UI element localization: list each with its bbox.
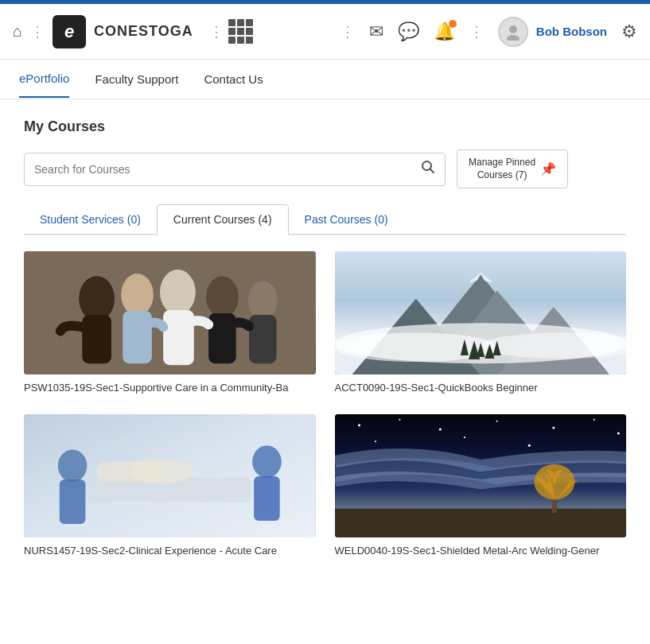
grid-icon[interactable] <box>228 19 253 44</box>
course-title: WELD0040-19S-Sec1-Shielded Metal-Arc Wel… <box>335 544 627 558</box>
header-dots-icon[interactable]: ⋮ <box>30 23 45 41</box>
course-thumbnail <box>335 251 627 374</box>
tabs: Student Services (0) Current Courses (4)… <box>24 204 626 235</box>
main-content: My Courses Manage Pinned Courses (7) 📌 S… <box>0 99 650 578</box>
svg-rect-50 <box>335 509 627 537</box>
svg-point-40 <box>358 425 360 427</box>
grid-dot <box>246 19 253 26</box>
user-dots-icon[interactable]: ⋮ <box>469 23 484 41</box>
grid-dot <box>228 19 235 26</box>
manage-pinned-label: Manage Pinned Courses (7) <box>469 157 535 181</box>
svg-point-48 <box>463 436 465 438</box>
grid-dot <box>246 37 253 44</box>
course-card[interactable]: ACCT0090-19S-Sec1-QuickBooks Beginner <box>335 251 627 395</box>
svg-line-3 <box>430 169 434 173</box>
svg-point-45 <box>593 419 594 421</box>
course-title: PSW1035-19S-Sec1-Supportive Care in a Co… <box>24 381 316 395</box>
svg-point-9 <box>160 270 196 315</box>
avatar[interactable] <box>498 17 528 47</box>
section-title: My Courses <box>24 118 626 135</box>
settings-icon[interactable]: ⚙ <box>621 21 637 42</box>
sub-nav: ePortfolio Faculty Support Contact Us <box>0 60 650 99</box>
logo-box[interactable]: e <box>53 15 86 48</box>
svg-rect-6 <box>82 315 111 363</box>
course-card[interactable]: NURS1457-19S-Sec2-Clinical Experience - … <box>24 414 316 558</box>
svg-point-46 <box>617 433 619 435</box>
course-title: NURS1457-19S-Sec2-Clinical Experience - … <box>24 544 316 558</box>
course-thumbnail <box>335 414 627 537</box>
svg-point-52 <box>534 464 574 500</box>
actions-dots-icon[interactable]: ⋮ <box>341 23 355 41</box>
svg-point-38 <box>129 460 193 484</box>
header: ⌂ ⋮ e CONESTOGA ⋮ ⋮ ✉ 💬 🔔 ⋮ <box>0 4 650 60</box>
nav-eportfolio[interactable]: ePortfolio <box>19 60 69 98</box>
notification-badge <box>449 20 457 28</box>
user-section: Bob Bobson <box>498 17 607 47</box>
svg-point-49 <box>527 444 530 447</box>
svg-point-44 <box>552 427 555 429</box>
tab-current-courses[interactable]: Current Courses (4) <box>157 204 289 235</box>
svg-point-43 <box>496 421 497 422</box>
search-button[interactable] <box>421 160 435 178</box>
nav-contact-us[interactable]: Contact Us <box>204 61 263 97</box>
grid-dot <box>237 19 244 26</box>
svg-point-7 <box>121 274 154 316</box>
svg-point-5 <box>79 276 115 321</box>
grid-dot <box>228 37 235 44</box>
grid-dot <box>237 37 244 44</box>
pin-icon: 📌 <box>540 161 556 177</box>
svg-point-11 <box>206 276 239 318</box>
svg-point-0 <box>509 25 517 33</box>
home-icon[interactable]: ⌂ <box>13 22 22 41</box>
chat-icon[interactable]: 💬 <box>398 21 419 42</box>
search-row: Manage Pinned Courses (7) 📌 <box>24 149 626 188</box>
svg-point-1 <box>507 35 520 41</box>
svg-rect-14 <box>249 315 277 363</box>
course-grid: PSW1035-19S-Sec1-Supportive Care in a Co… <box>24 251 626 558</box>
grid-dot <box>228 28 235 35</box>
header-actions: ⋮ ✉ 💬 🔔 ⋮ Bob Bobson ⚙ <box>341 17 637 47</box>
tab-past-courses[interactable]: Past Courses (0) <box>289 204 404 235</box>
svg-point-13 <box>248 281 278 320</box>
svg-point-42 <box>438 429 441 431</box>
course-card[interactable]: PSW1035-19S-Sec1-Supportive Care in a Co… <box>24 251 316 395</box>
svg-point-47 <box>374 441 376 443</box>
center-dots-icon[interactable]: ⋮ <box>209 23 224 41</box>
bell-icon[interactable]: 🔔 <box>434 21 455 42</box>
mail-icon[interactable]: ✉ <box>369 21 383 42</box>
search-input[interactable] <box>34 163 421 176</box>
grid-dot <box>237 28 244 35</box>
brand-name: CONESTOGA <box>94 23 193 40</box>
nav-faculty-support[interactable]: Faculty Support <box>95 61 178 97</box>
manage-pinned-button[interactable]: Manage Pinned Courses (7) 📌 <box>457 149 568 188</box>
logo-letter: e <box>64 21 74 42</box>
course-thumbnail <box>24 251 316 374</box>
course-title: ACCT0090-19S-Sec1-QuickBooks Beginner <box>335 381 627 395</box>
user-name[interactable]: Bob Bobson <box>536 25 607 38</box>
tab-student-services[interactable]: Student Services (0) <box>24 204 157 235</box>
svg-point-41 <box>399 419 400 421</box>
course-thumbnail <box>24 414 316 537</box>
search-box <box>24 153 446 186</box>
header-left: ⌂ ⋮ e CONESTOGA <box>13 15 193 48</box>
course-card[interactable]: WELD0040-19S-Sec1-Shielded Metal-Arc Wel… <box>335 414 627 558</box>
grid-dot <box>246 28 253 35</box>
header-center: ⋮ <box>209 19 253 44</box>
